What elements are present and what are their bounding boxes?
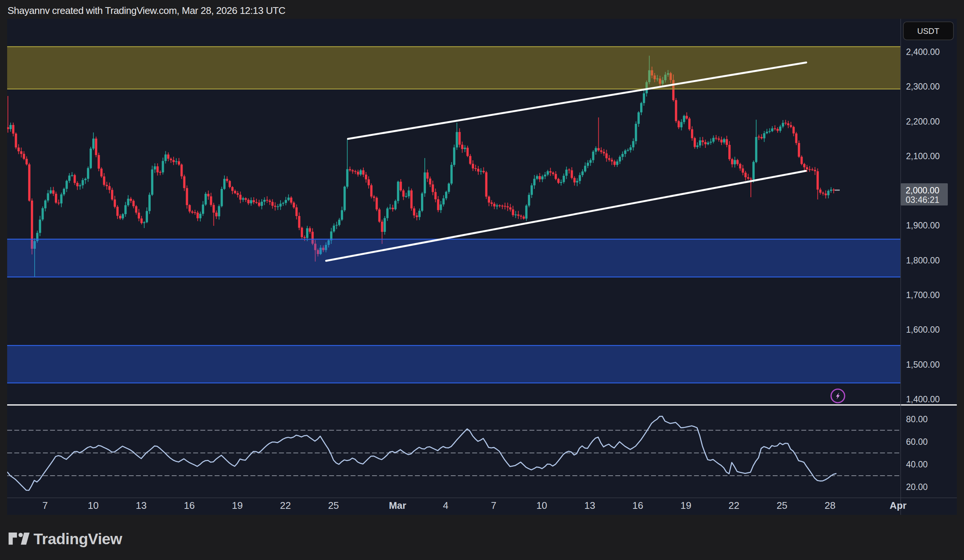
- svg-text:22: 22: [280, 500, 291, 511]
- svg-text:TradingView: TradingView: [34, 530, 122, 548]
- svg-text:19: 19: [681, 500, 691, 511]
- svg-text:USDT: USDT: [917, 27, 940, 36]
- svg-text:1,500.00: 1,500.00: [906, 360, 940, 370]
- svg-text:2,400.00: 2,400.00: [906, 47, 940, 57]
- svg-text:28: 28: [825, 500, 835, 511]
- svg-text:2,000.00: 2,000.00: [905, 185, 940, 195]
- svg-text:10: 10: [536, 500, 547, 511]
- svg-text:10: 10: [88, 500, 99, 511]
- svg-text:25: 25: [777, 500, 787, 511]
- svg-text:60.00: 60.00: [906, 437, 928, 447]
- svg-text:1,900.00: 1,900.00: [906, 221, 940, 230]
- svg-text:1,700.00: 1,700.00: [906, 290, 940, 300]
- svg-text:03:46:21: 03:46:21: [905, 195, 940, 205]
- svg-text:13: 13: [136, 500, 147, 511]
- svg-text:Mar: Mar: [389, 500, 406, 511]
- svg-text:4: 4: [443, 500, 448, 511]
- svg-text:1,600.00: 1,600.00: [906, 325, 940, 334]
- svg-text:2,100.00: 2,100.00: [906, 151, 940, 161]
- svg-text:7: 7: [491, 500, 496, 511]
- svg-text:22: 22: [729, 500, 739, 511]
- svg-text:1,800.00: 1,800.00: [906, 256, 940, 265]
- svg-text:80.00: 80.00: [906, 414, 928, 424]
- svg-text:7: 7: [42, 500, 48, 511]
- svg-text:Shayannv created with TradingV: Shayannv created with TradingView.com, M…: [8, 5, 285, 16]
- svg-text:2,200.00: 2,200.00: [906, 117, 940, 127]
- svg-text:20.00: 20.00: [906, 482, 928, 492]
- svg-text:19: 19: [232, 500, 243, 511]
- svg-text:13: 13: [585, 500, 595, 511]
- svg-text:2,300.00: 2,300.00: [906, 82, 940, 91]
- svg-text:40.00: 40.00: [906, 459, 928, 469]
- svg-text:16: 16: [632, 500, 643, 511]
- svg-text:25: 25: [328, 500, 339, 511]
- svg-text:Apr: Apr: [890, 500, 907, 511]
- svg-text:16: 16: [184, 500, 195, 511]
- svg-text:1,400.00: 1,400.00: [906, 394, 940, 404]
